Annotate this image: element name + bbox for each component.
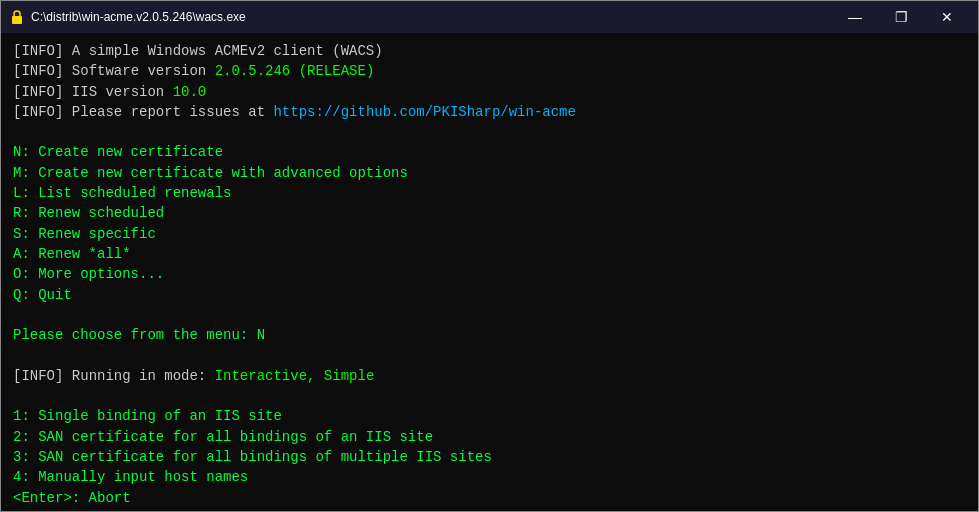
option-enter: <Enter>: Abort (13, 488, 966, 508)
menu-r: R: Renew scheduled (13, 203, 966, 223)
menu-n: N: Create new certificate (13, 142, 966, 162)
info-line-2: [INFO] Software version 2.0.5.246 (RELEA… (13, 61, 966, 81)
title-bar: C:\distrib\win-acme.v2.0.5.246\wacs.exe … (1, 1, 978, 33)
maximize-button[interactable]: ❐ (878, 1, 924, 33)
menu-prompt: Please choose from the menu: N (13, 325, 966, 345)
title-bar-text: C:\distrib\win-acme.v2.0.5.246\wacs.exe (31, 10, 832, 24)
svg-rect-0 (12, 16, 22, 24)
terminal-window: C:\distrib\win-acme.v2.0.5.246\wacs.exe … (0, 0, 979, 512)
menu-s: S: Renew specific (13, 224, 966, 244)
empty-3 (13, 345, 966, 365)
info-line-4: [INFO] Please report issues at https://g… (13, 102, 966, 122)
minimize-button[interactable]: — (832, 1, 878, 33)
menu-o: O: More options... (13, 264, 966, 284)
option-3: 3: SAN certificate for all bindings of m… (13, 447, 966, 467)
empty-5 (13, 508, 966, 511)
option-2: 2: SAN certificate for all bindings of a… (13, 427, 966, 447)
info-mode: [INFO] Running in mode: Interactive, Sim… (13, 366, 966, 386)
empty-2 (13, 305, 966, 325)
info-line-1: [INFO] A simple Windows ACMEv2 client (W… (13, 41, 966, 61)
empty-1 (13, 122, 966, 142)
option-4: 4: Manually input host names (13, 467, 966, 487)
info-line-3: [INFO] IIS version 10.0 (13, 82, 966, 102)
menu-l: L: List scheduled renewals (13, 183, 966, 203)
option-1: 1: Single binding of an IIS site (13, 406, 966, 426)
menu-q: Q: Quit (13, 285, 966, 305)
lock-icon (9, 9, 25, 25)
menu-a: A: Renew *all* (13, 244, 966, 264)
title-bar-controls: — ❐ ✕ (832, 1, 970, 33)
empty-4 (13, 386, 966, 406)
close-button[interactable]: ✕ (924, 1, 970, 33)
menu-m: M: Create new certificate with advanced … (13, 163, 966, 183)
terminal-output[interactable]: [INFO] A simple Windows ACMEv2 client (W… (1, 33, 978, 511)
